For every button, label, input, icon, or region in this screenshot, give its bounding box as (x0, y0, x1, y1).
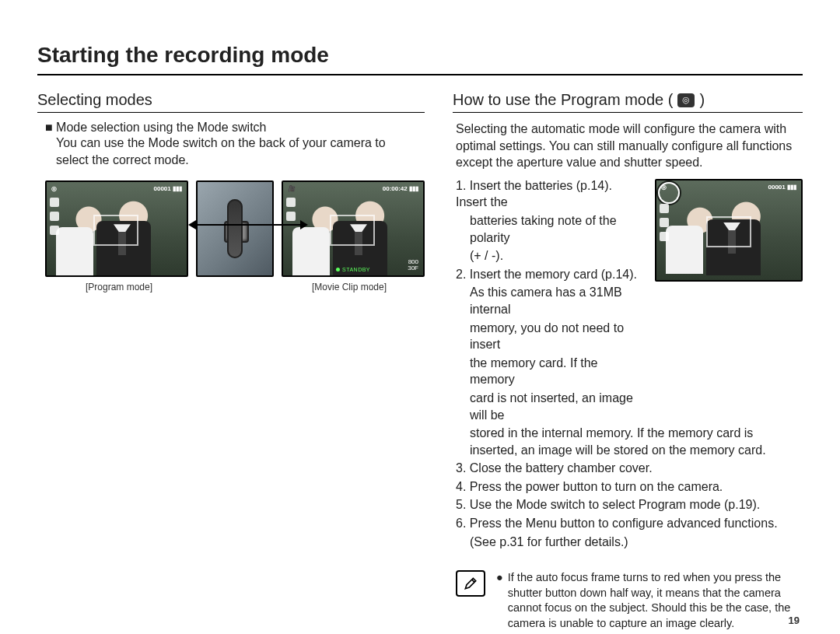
left-column: Selecting modes ■ Mode selection using t… (37, 91, 425, 634)
step-list-bottom: stored in the internal memory. If the me… (453, 425, 803, 552)
fps-value: 30F (408, 265, 418, 272)
step-list-top: 1. Insert the batteries (p.14). Insert t… (453, 177, 646, 425)
image-counter: 00001 (154, 185, 171, 192)
step-1: 1. Insert the batteries (p.14). Insert t… (456, 177, 646, 211)
caption-movie-clip-mode: [Movie Clip mode] (275, 282, 423, 292)
step-2: 2. Insert the memory card (p.14). (456, 266, 646, 283)
heading-text: Selecting modes (37, 91, 152, 109)
step-2-line2: As this camera has a 31MB internal (456, 284, 646, 317)
figure-row: ◎ 00001 ▮▮▮ (37, 180, 425, 277)
lcd-left-icons (660, 204, 669, 241)
mode-switch-illustration (196, 180, 274, 277)
bullet-dot-icon: ● (496, 570, 503, 631)
step-2-line4: the memory card. If the memory (456, 355, 646, 388)
mode-highlight-circle-icon (658, 182, 680, 204)
heading-text-before: How to use the Program mode ( (453, 91, 673, 109)
right-column: How to use the Program mode ( ◎ ) Select… (453, 91, 803, 634)
step-1-line3: (+ / -). (456, 247, 646, 264)
standby-indicator: STANDBY (336, 267, 370, 272)
lcd-left-icons (286, 198, 296, 221)
timer-icon (50, 226, 59, 235)
flash-icon (50, 198, 59, 207)
movie-time: 00:00:42 (383, 185, 408, 192)
figure-captions: [Program mode] [Movie Clip mode] (37, 282, 425, 292)
image-counter: 00001 (768, 184, 786, 191)
bullet-title: Mode selection using the Mode switch (56, 121, 266, 134)
bullet-mode-selection: ■ Mode selection using the Mode switch (45, 121, 425, 135)
two-column-layout: Selecting modes ■ Mode selection using t… (37, 91, 803, 634)
steps-and-figure: 1. Insert the batteries (p.14). Insert t… (453, 177, 803, 425)
lcd-left-icons (50, 198, 59, 235)
battery-icon: ▮▮▮ (787, 184, 796, 191)
timer-icon (660, 232, 669, 241)
section-heading-selecting-modes: Selecting modes (37, 91, 425, 113)
lcd-program-mode: ◎ 00001 ▮▮▮ (45, 180, 188, 277)
step-1-line2: batteries taking note of the polarity (456, 212, 646, 246)
af-frame-icon (706, 216, 751, 247)
step-3: 3. Close the battery chamber cover. (456, 460, 803, 477)
battery-icon: ▮▮▮ (173, 185, 182, 192)
af-frame-icon (93, 215, 138, 246)
program-mode-icon: ◎ (677, 93, 695, 107)
bullet-description: You can use the Mode switch on the back … (56, 135, 420, 168)
movie-mode-icon: 🎥 (288, 185, 296, 192)
macro-icon (660, 218, 669, 227)
step-6-line2: (See p.31 for further details.) (456, 534, 803, 551)
macro-icon (50, 212, 59, 221)
battery-icon: ▮▮▮ (409, 185, 418, 192)
double-arrow-icon (190, 224, 306, 226)
step-2-line6: stored in the internal memory. If the me… (456, 425, 803, 458)
lcd-program-mode-right: ◎ 00001 ▮▮▮ (655, 179, 803, 282)
note-1: If the auto focus frame turns to red whe… (508, 570, 803, 631)
note-box: ● If the auto focus frame turns to red w… (453, 570, 803, 634)
page-title: Starting the recording mode (37, 43, 803, 75)
page-number: 19 (789, 615, 800, 626)
program-mode-intro: Selecting the automatic mode will config… (453, 121, 803, 171)
program-mode-lcd-figure: ◎ 00001 ▮▮▮ (655, 179, 803, 425)
note-list: ● If the auto focus frame turns to red w… (496, 570, 803, 634)
caption-program-mode: [Program mode] (45, 282, 193, 292)
heading-text-after: ) (699, 91, 705, 109)
step-5: 5. Use the Mode switch to select Program… (456, 496, 803, 513)
standby-label: STANDBY (342, 267, 370, 272)
step-4: 4. Press the power button to turn on the… (456, 478, 803, 496)
flash-icon (660, 204, 669, 213)
section-heading-program-mode: How to use the Program mode ( ◎ ) (453, 91, 803, 113)
macro-icon (286, 212, 296, 221)
note-icon (456, 570, 485, 597)
flash-icon (286, 198, 296, 207)
step-6: 6. Press the Menu button to configure ad… (456, 515, 803, 532)
movie-settings: 800 30F (408, 259, 418, 273)
step-2-line5: card is not inserted, an image will be (456, 390, 646, 423)
step-2-line3: memory, you do not need to insert (456, 320, 646, 353)
manual-page: Starting the recording mode Selecting mo… (0, 0, 840, 634)
af-frame-icon (330, 215, 375, 246)
mode-indicator-icon: ◎ (51, 185, 57, 192)
